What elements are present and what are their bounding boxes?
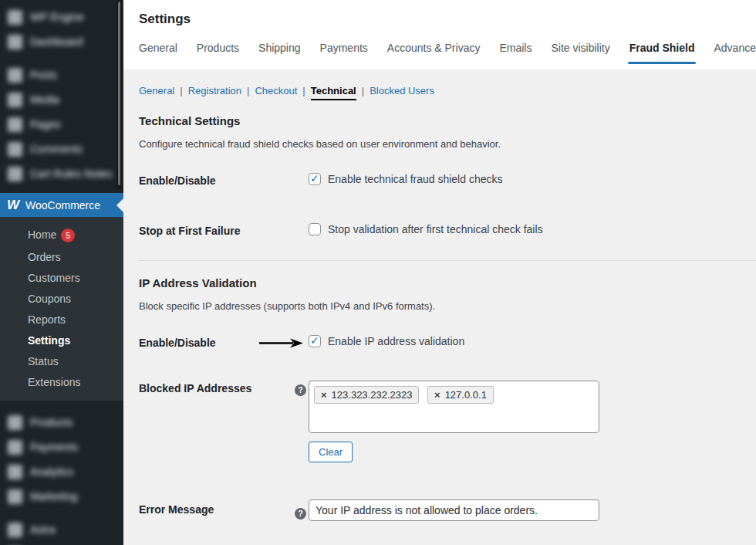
field-label: Enable/Disable (139, 335, 309, 349)
field-control (309, 499, 756, 521)
sidebar-scrollbar[interactable] (116, 0, 122, 188)
sidebar-item-label: Payments (30, 441, 78, 453)
field-label-text: Enable/Disable (139, 174, 216, 187)
sidebar-item-dashboard[interactable]: Dashboard (0, 29, 123, 54)
sidebar-item-products[interactable]: Products (0, 410, 123, 435)
sidebar-item-label: WooCommerce (25, 199, 100, 212)
tab-payments[interactable]: Payments (320, 42, 368, 64)
sidebar-item-cart-rules-notes[interactable]: Cart Rules Notes (0, 161, 123, 186)
field-label-text: Blocked IP Addresses (139, 382, 251, 396)
field-control: ✓ Enable technical fraud shield checks (309, 173, 756, 185)
posts-icon (8, 68, 22, 83)
submenu-item-home[interactable]: Home5 (0, 224, 123, 247)
tab-advanced[interactable]: Advanced (714, 42, 756, 64)
blocked-ip-row: Blocked IP Addresses ? ×123.323.232.2323… (139, 381, 756, 462)
field-label: Error Message ? (139, 499, 309, 520)
tab-emails[interactable]: Emails (499, 42, 532, 64)
subnav-separator: | (180, 85, 182, 96)
sidebar-item-payments[interactable]: Payments (0, 435, 123, 459)
sidebar-bottom-menu: Products Payments Analytics Marketing As… (0, 401, 123, 545)
sidebar-item-pages[interactable]: Pages (0, 112, 123, 137)
dashboard-icon (8, 35, 22, 49)
checkmark-icon: ✓ (310, 172, 319, 184)
tab-site-visibility[interactable]: Site visibility (551, 42, 609, 64)
sidebar-scrollbar-thumb[interactable] (118, 2, 120, 185)
sidebar-item-woocommerce[interactable]: W WooCommerce (0, 193, 123, 217)
submenu-item-label: Settings (28, 334, 70, 347)
menu-group-gap (0, 509, 123, 517)
subnav-link-blocked-users[interactable]: Blocked Users (370, 85, 434, 96)
error-message-input[interactable] (309, 499, 599, 521)
checkbox-label: Enable technical fraud shield checks (328, 173, 502, 185)
fraud-shield-subnav: General|Registration|Checkout|Technical|… (139, 85, 756, 96)
blocked-ip-multiselect[interactable]: ×123.323.232.2323 ×127.0.0.1 (309, 381, 599, 433)
field-label-text: Stop at First Failure (139, 225, 240, 237)
stop-first-failure-row: Stop at First Failure ✓ Stop validation … (139, 223, 756, 237)
remove-tag-icon[interactable]: × (321, 390, 327, 400)
tab-accounts-privacy[interactable]: Accounts & Privacy (387, 42, 481, 64)
field-label-text: Error Message (139, 503, 214, 520)
submenu-item-reports[interactable]: Reports (0, 310, 123, 330)
admin-sidebar: WP Engine Dashboard Posts Media Pages Co… (0, 0, 123, 545)
products-icon (8, 415, 22, 430)
subnav-link-checkout[interactable]: Checkout (255, 85, 297, 96)
sidebar-item-media[interactable]: Media (0, 87, 123, 112)
stop-first-failure-checkbox-wrap[interactable]: ✓ Stop validation after first technical … (309, 223, 756, 235)
submenu-item-label: Reports (28, 313, 66, 326)
submenu-item-label: Status (28, 355, 59, 367)
enable-technical-checkbox-wrap[interactable]: ✓ Enable technical fraud shield checks (309, 173, 756, 185)
enable-technical-checkbox[interactable]: ✓ (309, 173, 321, 185)
sidebar-item-appearance[interactable]: Appearance (0, 542, 123, 545)
enable-ip-checkbox-wrap[interactable]: ✓ Enable IP address validation (309, 335, 756, 347)
woocommerce-submenu: Home5 Orders Customers Coupons Reports S… (0, 217, 123, 401)
sidebar-item-comments[interactable]: Comments (0, 137, 123, 161)
sidebar-item-astra[interactable]: Astra (0, 517, 123, 542)
submenu-item-customers[interactable]: Customers (0, 268, 123, 289)
sidebar-item-label: Products (30, 416, 73, 428)
field-control: ✓ Enable IP address validation (309, 335, 756, 347)
subnav-separator: | (247, 85, 249, 96)
submenu-item-coupons[interactable]: Coupons (0, 289, 123, 310)
tab-products[interactable]: Products (197, 42, 239, 64)
pages-icon (8, 117, 22, 132)
ip-tag: ×127.0.0.1 (427, 386, 494, 404)
submenu-item-orders[interactable]: Orders (0, 247, 123, 268)
media-icon (8, 93, 22, 107)
sidebar-item-analytics[interactable]: Analytics (0, 459, 123, 484)
enable-ip-checkbox[interactable]: ✓ (309, 335, 321, 347)
wp-engine-icon (8, 10, 22, 25)
stop-first-failure-checkbox[interactable]: ✓ (309, 223, 321, 235)
sidebar-item-wp-engine[interactable]: WP Engine (0, 5, 123, 29)
sidebar-item-label: WP Engine (30, 11, 84, 23)
subnav-link-registration[interactable]: Registration (188, 85, 241, 96)
sidebar-item-label: Posts (30, 69, 57, 81)
clear-button[interactable]: Clear (309, 442, 353, 462)
tab-shipping[interactable]: Shipping (258, 42, 301, 64)
submenu-item-status[interactable]: Status (0, 351, 123, 372)
annotation-arrow-icon (258, 337, 305, 349)
sidebar-item-label: Cart Rules Notes (30, 168, 113, 180)
field-label: Blocked IP Addresses ? (139, 381, 309, 396)
ip-validation-heading: IP Address Validation (139, 276, 756, 289)
submenu-item-label: Home (28, 228, 56, 241)
subnav-link-general[interactable]: General (139, 85, 174, 96)
enable-technical-row: Enable/Disable ✓ Enable technical fraud … (139, 173, 756, 187)
submenu-item-label: Customers (28, 272, 80, 284)
submenu-item-label: Coupons (28, 293, 71, 305)
sidebar-item-label: Media (30, 93, 59, 106)
submenu-item-settings[interactable]: Settings (0, 330, 123, 351)
field-label-text: Enable/Disable (139, 337, 216, 349)
remove-tag-icon[interactable]: × (434, 390, 440, 400)
analytics-icon (8, 465, 22, 479)
tab-general[interactable]: General (139, 42, 177, 64)
ip-tag: ×123.323.232.2323 (314, 386, 419, 404)
submenu-item-extensions[interactable]: Extensions (0, 372, 123, 393)
page-title: Settings (139, 12, 756, 27)
sidebar-item-posts[interactable]: Posts (0, 63, 123, 87)
help-icon[interactable]: ? (295, 384, 306, 396)
tab-fraud-shield[interactable]: Fraud Shield (629, 42, 695, 64)
subnav-separator: | (302, 85, 305, 96)
help-icon[interactable]: ? (295, 508, 306, 520)
subnav-link-technical[interactable]: Technical (311, 85, 356, 100)
sidebar-item-marketing[interactable]: Marketing (0, 484, 123, 509)
